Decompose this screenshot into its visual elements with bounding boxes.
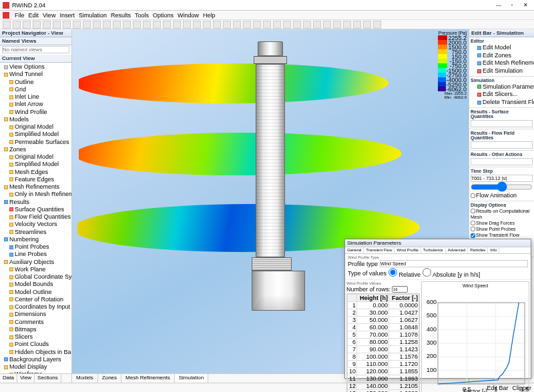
tree-node[interactable]: Point Clouds	[1, 341, 70, 348]
tree-node[interactable]: Model Display	[1, 363, 70, 371]
nav-tab-data[interactable]: Data	[0, 374, 17, 383]
tree-node[interactable]: Models	[1, 116, 70, 123]
dialog-tab-transient-flow[interactable]: Transient Flow	[364, 247, 394, 253]
toolbar-button-12[interactable]	[123, 21, 131, 29]
toolbar-button-3[interactable]	[33, 21, 41, 29]
toolbar-button-31[interactable]	[313, 21, 321, 29]
toolbar-button-36[interactable]	[363, 21, 371, 29]
toolbar-button-16[interactable]	[163, 21, 171, 29]
tree-node[interactable]: Wind Tunnel	[1, 71, 70, 78]
tree-node[interactable]: Bitmaps	[1, 326, 70, 333]
viewport-tab-simulation[interactable]: Simulation	[175, 374, 208, 383]
tree-node[interactable]: Center of Rotation	[1, 296, 70, 303]
minimize-button[interactable]: —	[493, 1, 505, 9]
flow-animation-check[interactable]: Flow Animation	[471, 192, 533, 200]
tree-node[interactable]: Surface Quantities	[1, 206, 70, 213]
toolbar-button-35[interactable]	[353, 21, 361, 29]
tree-node[interactable]: Original Model	[1, 153, 70, 161]
dialog-tab-turbulence[interactable]: Turbulence	[421, 247, 446, 253]
results-flow-combo[interactable]	[471, 141, 533, 149]
table-row[interactable]: 13150.0001.2222	[348, 390, 419, 393]
tree-node[interactable]: Hidden Objects in Background	[1, 349, 70, 356]
display-check[interactable]: Results on Computational Mesh	[471, 208, 533, 220]
toolbar-button-24[interactable]	[243, 21, 251, 29]
menu-results[interactable]: Results	[111, 12, 131, 19]
tree-node[interactable]: Background Layers	[1, 356, 70, 363]
table-row[interactable]: 8100.0001.1576	[348, 353, 419, 361]
toolbar-button-2[interactable]	[23, 21, 31, 29]
nav-tab-sections[interactable]: Sections	[35, 374, 61, 383]
navigator-tree[interactable]: View OptionsWind TunnelOutlineGridInlet …	[0, 63, 71, 373]
display-check[interactable]: Show Drag Forces	[471, 220, 533, 226]
toolbar-button-11[interactable]	[113, 21, 121, 29]
toolbar-button-7[interactable]	[73, 21, 81, 29]
tree-node[interactable]: Work Plane	[1, 266, 70, 273]
toolbar-button-6[interactable]	[63, 21, 71, 29]
toolbar-button-0[interactable]	[3, 21, 11, 29]
tree-node[interactable]: Numbering	[1, 236, 70, 243]
tree-node[interactable]: Permeable Surfaces	[1, 139, 70, 146]
tree-node[interactable]: Grid	[1, 86, 70, 93]
tree-node[interactable]: Streamlines	[1, 229, 70, 236]
toolbar-button-8[interactable]	[83, 21, 91, 29]
tree-node[interactable]: View Options	[1, 63, 70, 71]
tree-node[interactable]: Original Model	[1, 123, 70, 131]
table-row[interactable]: 790.0001.1423	[348, 346, 419, 353]
tree-node[interactable]: Comments	[1, 319, 70, 326]
timestep-input[interactable]	[471, 175, 533, 182]
toolbar-button-34[interactable]	[343, 21, 351, 29]
dialog-tab-info[interactable]: Info	[488, 247, 499, 253]
toolbar-button-5[interactable]	[53, 21, 61, 29]
tree-node[interactable]: Inlet Arrow	[1, 101, 70, 108]
sim-item[interactable]: Delete Transient Flow Results...	[471, 99, 533, 107]
toolbar-button-32[interactable]	[323, 21, 331, 29]
dialog-tab-wind-profile[interactable]: Wind Profile	[394, 247, 421, 253]
toolbar-button-14[interactable]	[143, 21, 151, 29]
maximize-button[interactable]: ▫	[506, 1, 518, 9]
toolbar-button-9[interactable]	[93, 21, 101, 29]
viewport-tab-mesh-refinements[interactable]: Mesh Refinements	[121, 374, 175, 383]
nav-tab-view[interactable]: View	[17, 374, 35, 383]
results-other-combo[interactable]	[471, 158, 533, 165]
display-check[interactable]: Show Point Probes	[471, 226, 533, 232]
toolbar-button-10[interactable]	[103, 21, 111, 29]
table-row[interactable]: 9110.0001.1720	[348, 361, 419, 368]
tree-node[interactable]: Model Outline	[1, 289, 70, 296]
menu-help[interactable]: Help	[203, 12, 216, 19]
tree-node[interactable]: Auxiliary Objects	[1, 259, 70, 266]
toolbar-button-15[interactable]	[153, 21, 161, 29]
dialog-tab-advanced[interactable]: Advanced	[446, 247, 469, 253]
dialog-tab-general[interactable]: General	[345, 247, 364, 253]
editor-item[interactable]: Edit Simulation	[471, 67, 533, 75]
tree-node[interactable]: Line Probes	[1, 251, 70, 258]
table-row[interactable]: 680.0001.1258	[348, 339, 419, 346]
menu-insert[interactable]: Insert	[59, 12, 75, 19]
toolbar-button-18[interactable]	[183, 21, 191, 29]
close-button[interactable]: ✕	[519, 1, 531, 9]
menu-options[interactable]: Options	[153, 12, 174, 19]
menu-simulation[interactable]: Simulation	[79, 12, 107, 19]
toolbar-button-37[interactable]	[373, 21, 381, 29]
dialog-tab-particles[interactable]: Particles	[468, 247, 488, 253]
toolbar-button-21[interactable]	[213, 21, 221, 29]
toolbar-button-29[interactable]	[293, 21, 301, 29]
menu-edit[interactable]: Edit	[29, 12, 39, 19]
toolbar-button-22[interactable]	[223, 21, 231, 29]
tree-node[interactable]: Dimensions	[1, 311, 70, 318]
toolbar-button-28[interactable]	[283, 21, 291, 29]
tree-node[interactable]: Point Probes	[1, 243, 70, 251]
table-row[interactable]: 11130.0001.1993	[348, 375, 419, 383]
table-row[interactable]: 12140.0001.2105	[348, 383, 419, 390]
tree-node[interactable]: Global Coordinate System (Triad)	[1, 273, 70, 281]
toolbar-button-13[interactable]	[133, 21, 141, 29]
tree-node[interactable]: Zones	[1, 146, 70, 153]
tree-node[interactable]: Simplified Model	[1, 131, 70, 138]
tree-node[interactable]: Coordinates by Input Cross	[1, 303, 70, 311]
toolbar-button-4[interactable]	[43, 21, 51, 29]
tree-node[interactable]: Only in Mesh Refinement Editor	[1, 191, 70, 198]
tree-node[interactable]: Velocity Vectors	[1, 221, 70, 228]
menu-view[interactable]: View	[43, 12, 55, 19]
named-views-input[interactable]	[2, 46, 69, 53]
menu-file[interactable]: File	[15, 12, 25, 19]
table-row[interactable]: 570.0001.1078	[348, 331, 419, 339]
